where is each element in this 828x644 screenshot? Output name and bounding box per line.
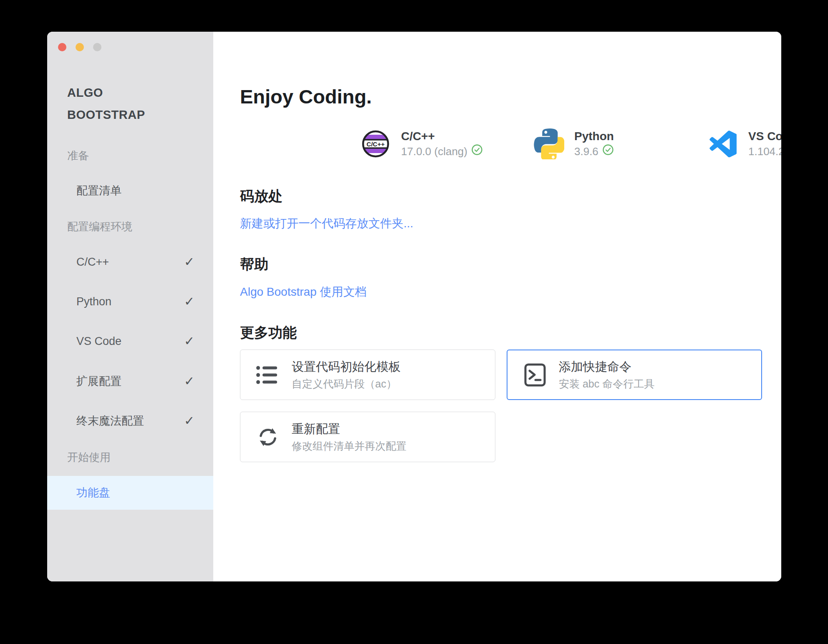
tool-status-vscode: VS Code 1.104.2	[707, 128, 781, 159]
close-button[interactable]	[58, 43, 66, 51]
app-title-line1: ALGO	[67, 82, 145, 104]
sidebar-item-cpp[interactable]: C/C++ ✓	[47, 252, 213, 272]
vscode-icon	[707, 128, 738, 159]
desktop-background: ALGO BOOTSTRAP 准备 配置清单 配置编程环境 C/C++ ✓ Py…	[0, 0, 828, 644]
open-folder-link[interactable]: 新建或打开一个代码存放文件夹...	[240, 216, 413, 231]
check-icon: ✓	[184, 292, 194, 312]
sidebar-item-dashboard-selected[interactable]: 功能盘	[47, 476, 213, 510]
window-controls	[58, 43, 101, 51]
check-icon: ✓	[184, 331, 194, 351]
sidebar-item-python[interactable]: Python ✓	[47, 292, 213, 312]
app-title-line2: BOOTSTRAP	[67, 104, 145, 126]
status-ok-icon	[602, 144, 614, 159]
sidebar-item-vscode[interactable]: VS Code ✓	[47, 331, 213, 351]
check-icon: ✓	[184, 371, 194, 391]
check-icon: ✓	[184, 252, 194, 272]
docs-link[interactable]: Algo Bootstrap 使用文档	[240, 284, 366, 300]
cpp-icon: C/C++	[360, 128, 391, 159]
section-title-code-place: 码放处	[240, 187, 283, 206]
python-icon	[533, 128, 564, 159]
card-code-template[interactable]: 设置代码初始化模板 自定义代码片段（ac）	[240, 350, 495, 400]
sidebar-item-extensions[interactable]: 扩展配置 ✓	[47, 371, 213, 391]
status-ok-icon	[471, 144, 483, 159]
fullscreen-button[interactable]	[93, 43, 101, 51]
app-title: ALGO BOOTSTRAP	[67, 82, 145, 126]
sidebar-item-config-list[interactable]: 配置清单	[47, 181, 213, 201]
app-window: ALGO BOOTSTRAP 准备 配置清单 配置编程环境 C/C++ ✓ Py…	[47, 32, 781, 581]
section-title-more: 更多功能	[240, 323, 297, 342]
minimize-button[interactable]	[76, 43, 84, 51]
svg-text:C/C++: C/C++	[366, 141, 385, 148]
check-icon: ✓	[184, 411, 194, 431]
page-title: Enjoy Coding.	[240, 85, 372, 108]
card-quick-command[interactable]: 添加快捷命令 安装 abc 命令行工具	[507, 350, 762, 400]
card-reconfigure[interactable]: 重新配置 修改组件清单并再次配置	[240, 412, 495, 462]
tool-status-python: Python 3.9.6	[533, 128, 614, 159]
section-title-help: 帮助	[240, 255, 268, 274]
sidebar: ALGO BOOTSTRAP 准备 配置清单 配置编程环境 C/C++ ✓ Py…	[47, 32, 213, 581]
main-content: Enjoy Coding. C/C++	[213, 32, 781, 581]
sidebar-item-terminal-magic[interactable]: 终末魔法配置 ✓	[47, 411, 213, 431]
sidebar-section-prepare: 准备	[47, 146, 213, 166]
sidebar-section-env: 配置编程环境	[47, 216, 213, 236]
list-icon	[255, 364, 281, 386]
tool-status-cpp: C/C++ C/C++ 17.0.0 (clang)	[360, 128, 483, 159]
refresh-icon	[255, 424, 281, 450]
terminal-icon	[522, 363, 548, 387]
sidebar-section-start: 开始使用	[47, 447, 213, 467]
